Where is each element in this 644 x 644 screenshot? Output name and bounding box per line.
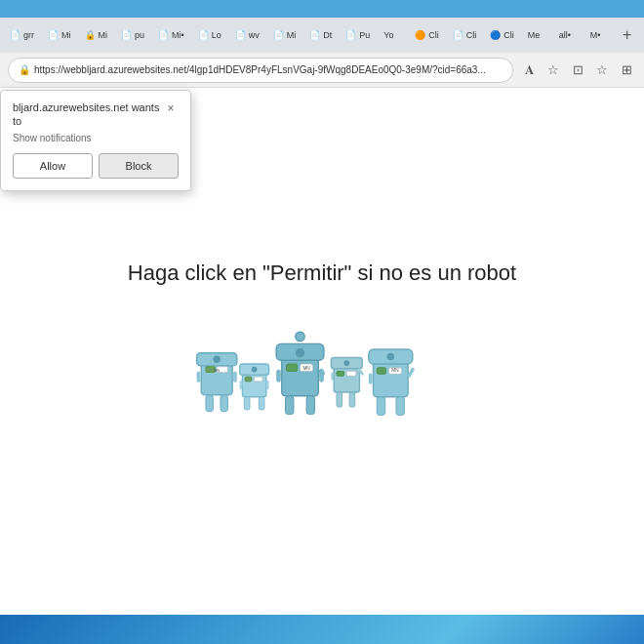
svg-point-21	[296, 332, 304, 341]
svg-rect-6	[197, 372, 201, 382]
notification-popup: bljard.azurewebsites.net wants to × Show…	[0, 90, 191, 191]
tab-pu2[interactable]: 📄Pu	[340, 21, 376, 49]
browser-top-bar	[0, 0, 644, 18]
tab-mi3[interactable]: 📄Mi•	[152, 21, 190, 49]
svg-rect-18	[259, 397, 264, 410]
svg-text:MN: MN	[391, 368, 398, 373]
tab-bar: 📄grr 📄Mi 🔒Mi 📄pu 📄Mi• 📄Lo 📄wv 📄Mi 📄Dt 📄P…	[0, 18, 644, 53]
svg-rect-36	[331, 372, 334, 380]
svg-point-12	[252, 367, 258, 373]
svg-rect-13	[245, 377, 252, 382]
url-input[interactable]: 🔒 https://webbljard.azurewebsites.net/4l…	[8, 58, 513, 83]
svg-rect-8	[206, 395, 214, 412]
tab-yo[interactable]: Yo	[378, 21, 407, 49]
svg-text:MN: MN	[214, 369, 220, 373]
svg-rect-15	[240, 381, 243, 389]
svg-rect-23	[286, 364, 297, 372]
split-view-icon[interactable]: ⊡	[568, 60, 587, 80]
svg-rect-19	[282, 356, 319, 396]
svg-rect-26	[276, 370, 281, 382]
svg-rect-14	[255, 377, 262, 382]
popup-title: bljard.azurewebsites.net wants to	[13, 101, 163, 129]
tab-all[interactable]: all•	[553, 21, 583, 49]
tab-cli1[interactable]: 🟠Cli	[409, 21, 445, 49]
tab-me[interactable]: Me	[522, 21, 551, 49]
popup-subtitle: Show notifications	[13, 133, 179, 143]
svg-point-33	[344, 360, 350, 366]
tab-mi2[interactable]: 🔒Mi	[79, 21, 114, 49]
add-tab-button[interactable]: +	[616, 23, 639, 47]
tab-wv[interactable]: 📄wv	[229, 21, 265, 49]
browser-extras-icon[interactable]: ⊞	[617, 60, 636, 80]
svg-rect-48	[377, 397, 384, 416]
svg-point-42	[387, 353, 395, 361]
tab-mi4[interactable]: 📄Mi	[267, 21, 302, 49]
svg-rect-30	[306, 396, 314, 415]
tab-mi1[interactable]: 📄Mi	[42, 21, 77, 49]
svg-rect-28	[318, 368, 326, 377]
svg-rect-43	[377, 368, 385, 375]
svg-rect-7	[233, 372, 237, 382]
taskbar	[0, 615, 644, 644]
url-text: https://webbljard.azurewebsites.net/4lgp…	[34, 64, 486, 75]
svg-rect-40	[374, 360, 409, 397]
svg-point-2	[213, 356, 221, 364]
svg-text:MN: MN	[302, 366, 309, 371]
lock-icon: 🔒	[19, 64, 30, 75]
page-heading: Haga click en "Permitir" si no es un rob…	[128, 261, 516, 286]
favorites-icon[interactable]: ☆	[543, 60, 563, 80]
tab-m[interactable]: M•	[584, 21, 614, 49]
tab-dt[interactable]: 📄Dt	[303, 21, 338, 49]
address-icon-group: 𝐀 ☆ ⊡ ☆ ⊞	[519, 60, 636, 80]
popup-buttons: Allow Block	[13, 153, 179, 179]
svg-rect-29	[286, 396, 294, 415]
svg-rect-34	[337, 372, 344, 377]
allow-button[interactable]: Allow	[13, 153, 93, 179]
svg-rect-16	[266, 381, 269, 389]
read-mode-icon[interactable]: 𝐀	[519, 60, 539, 80]
svg-rect-17	[244, 397, 250, 410]
robots-illustration: MN MN	[176, 315, 468, 442]
tab-cli3[interactable]: 🔵Cli	[484, 21, 520, 49]
svg-rect-39	[349, 392, 355, 407]
svg-rect-49	[396, 397, 404, 416]
tab-lo[interactable]: 📄Lo	[192, 21, 227, 49]
favorites-bar-icon[interactable]: ☆	[592, 60, 612, 80]
svg-rect-9	[221, 395, 228, 412]
svg-rect-35	[346, 372, 355, 377]
address-bar: 🔒 https://webbljard.azurewebsites.net/4l…	[0, 53, 644, 88]
svg-point-22	[296, 348, 304, 357]
tab-cli2[interactable]: 📄Cli	[447, 21, 483, 49]
block-button[interactable]: Block	[99, 153, 179, 179]
popup-header: bljard.azurewebsites.net wants to ×	[13, 101, 179, 129]
popup-close-button[interactable]: ×	[163, 101, 179, 116]
tab-grr[interactable]: 📄grr	[4, 21, 40, 49]
svg-rect-46	[369, 373, 373, 383]
svg-rect-38	[337, 392, 342, 407]
tab-pu[interactable]: 📄pu	[115, 21, 150, 49]
